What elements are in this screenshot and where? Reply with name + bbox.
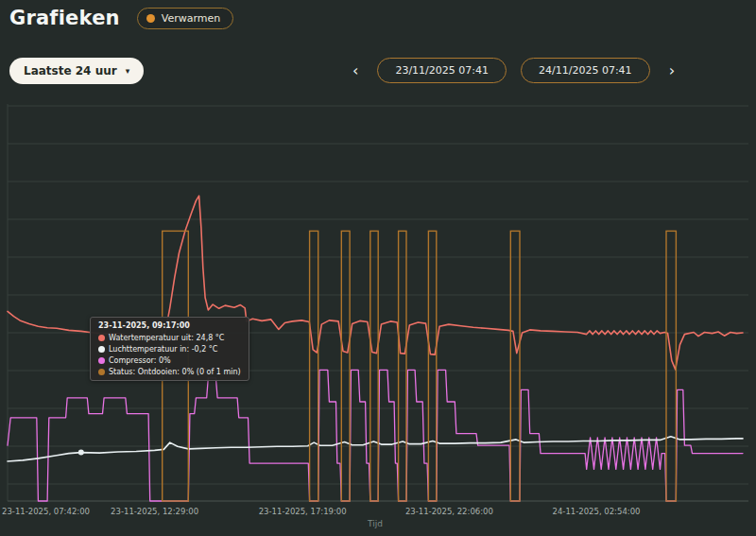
series-dot-icon <box>98 346 105 353</box>
tooltip-row: Watertemperatuur uit: 24,8 °C <box>91 332 249 343</box>
x-tick-label: 24-11-2025, 02:54:00 <box>553 507 641 516</box>
defrost-interval <box>510 231 520 501</box>
tooltip-row-label: Watertemperatuur uit: 24,8 °C <box>109 334 224 342</box>
tooltip-rows: Watertemperatuur uit: 24,8 °CLuchttemper… <box>91 332 249 377</box>
x-tick-label: 23-11-2025, 22:06:00 <box>405 507 493 516</box>
tooltip-timestamp: 23-11-2025, 09:17:00 <box>91 318 249 332</box>
hover-marker <box>78 450 84 456</box>
series-dot-icon <box>98 369 105 375</box>
tooltip-row-label: Luchttemperatuur in: -0,2 °C <box>109 345 217 354</box>
tooltip-row: Status: Ontdooien: 0% (0 of 1 min) <box>91 366 249 377</box>
chart-tooltip: 23-11-2025, 09:17:00 Watertemperatuur ui… <box>90 317 249 381</box>
defrost-interval <box>341 231 350 501</box>
defrost-interval <box>399 231 406 501</box>
x-tick-label: 23-11-2025, 17:19:00 <box>259 507 347 516</box>
defrost-interval <box>428 231 436 501</box>
x-axis-title: Tijd <box>367 519 383 528</box>
x-tick-label: 23-11-2025, 07:42:00 <box>2 507 90 516</box>
tooltip-row-label: Compressor: 0% <box>109 356 171 365</box>
series-compressor <box>8 370 743 501</box>
defrost-interval <box>370 231 378 501</box>
tooltip-row-label: Status: Ontdooien: 0% (0 of 1 min) <box>109 368 241 376</box>
x-tick-label: 23-11-2025, 12:29:00 <box>111 507 198 516</box>
defrost-interval <box>310 231 318 501</box>
tooltip-row: Compressor: 0% <box>91 354 249 366</box>
tooltip-row: Luchttemperatuur in: -0,2 °C <box>91 343 249 354</box>
chart[interactable]: 23-11-2025, 07:42:0023-11-2025, 12:29:00… <box>0 0 756 536</box>
series-dot-icon <box>98 357 105 364</box>
series-dot-icon <box>98 335 105 341</box>
